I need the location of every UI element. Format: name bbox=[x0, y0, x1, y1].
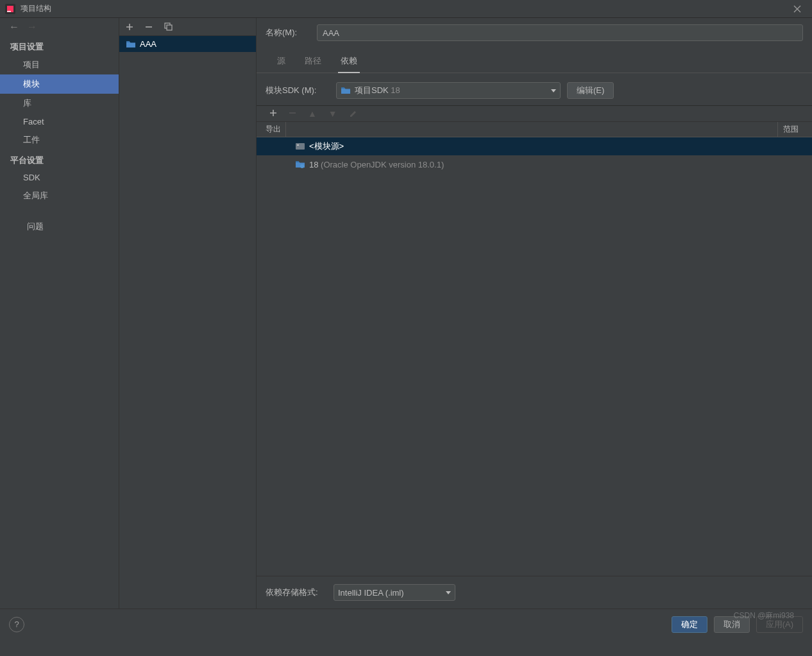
module-item-label: AAA bbox=[140, 39, 156, 49]
svg-rect-4 bbox=[167, 25, 172, 30]
svg-rect-5 bbox=[126, 41, 130, 42]
move-up-button: ▲ bbox=[308, 108, 317, 119]
dependencies-table: <模块源> 18 (Oracle OpenJDK version 18.0.1) bbox=[257, 137, 812, 576]
back-button[interactable]: ← bbox=[9, 21, 19, 33]
module-item[interactable]: AAA bbox=[119, 36, 256, 52]
dependency-format-label: 依赖存储格式: bbox=[266, 587, 327, 598]
sidebar-item-facet[interactable]: Facet bbox=[0, 113, 119, 130]
module-source-icon bbox=[295, 142, 305, 151]
sidebar-item-problems[interactable]: 问题 bbox=[0, 217, 119, 236]
module-sdk-combo[interactable]: 项目SDK 18 bbox=[336, 82, 561, 99]
dialog-button-bar: ? 确定 取消 应用(A) bbox=[0, 609, 812, 639]
add-dependency-button[interactable] bbox=[269, 108, 277, 119]
module-tabs: 源 路径 依赖 bbox=[257, 44, 812, 73]
remove-module-button[interactable] bbox=[145, 23, 153, 31]
svg-rect-6 bbox=[341, 87, 344, 89]
move-down-button: ▼ bbox=[328, 108, 337, 119]
sidebar-item-global-libraries[interactable]: 全局库 bbox=[0, 186, 119, 205]
forward-button: → bbox=[27, 21, 37, 33]
chevron-down-icon bbox=[446, 591, 451, 594]
remove-dependency-button bbox=[289, 108, 296, 119]
dependency-format-combo[interactable]: IntelliJ IDEA (.iml) bbox=[334, 584, 455, 601]
sidebar-item-modules[interactable]: 模块 bbox=[0, 74, 119, 94]
chevron-down-icon bbox=[551, 89, 556, 92]
sidebar-item-libraries[interactable]: 库 bbox=[0, 94, 119, 113]
svg-rect-2 bbox=[7, 11, 11, 12]
dependency-label: 18 (Oracle OpenJDK version 18.0.1) bbox=[309, 160, 444, 169]
svg-rect-7 bbox=[296, 143, 305, 150]
close-button[interactable] bbox=[788, 0, 807, 18]
app-icon bbox=[5, 4, 15, 14]
svg-rect-9 bbox=[296, 161, 299, 162]
module-detail-panel: 名称(M): 源 路径 依赖 模块SDK (M): 项目SDK 18 编辑(E) bbox=[257, 18, 812, 609]
folder-icon bbox=[126, 40, 136, 49]
sidebar-item-sdk[interactable]: SDK bbox=[0, 169, 119, 186]
sdk-value: 项目SDK bbox=[355, 85, 389, 95]
module-name-input[interactable] bbox=[317, 24, 803, 41]
title-bar: 项目结构 bbox=[0, 0, 812, 18]
section-header-platform-settings: 平台设置 bbox=[0, 150, 119, 169]
dependencies-table-header: 导出 范围 bbox=[257, 122, 812, 137]
tab-sources[interactable]: 源 bbox=[275, 55, 288, 73]
ok-button[interactable]: 确定 bbox=[672, 616, 707, 633]
tab-paths[interactable]: 路径 bbox=[302, 55, 324, 73]
folder-icon bbox=[341, 86, 351, 95]
module-sdk-label: 模块SDK (M): bbox=[266, 85, 330, 96]
name-label: 名称(M): bbox=[266, 27, 309, 39]
copy-module-button[interactable] bbox=[164, 22, 173, 31]
sidebar-item-artifacts[interactable]: 工件 bbox=[0, 130, 119, 150]
edit-sdk-button[interactable]: 编辑(E) bbox=[567, 82, 614, 99]
add-module-button[interactable] bbox=[126, 23, 133, 31]
format-value: IntelliJ IDEA (.iml) bbox=[338, 588, 404, 598]
sdk-hint: 18 bbox=[389, 85, 400, 95]
column-export: 导出 bbox=[257, 122, 286, 137]
table-row[interactable]: <模块源> bbox=[257, 137, 812, 155]
table-row[interactable]: 18 (Oracle OpenJDK version 18.0.1) bbox=[257, 155, 812, 173]
edit-dependency-button bbox=[349, 108, 357, 119]
column-scope: 范围 bbox=[777, 122, 812, 137]
section-header-project-settings: 项目设置 bbox=[0, 36, 119, 55]
settings-sidebar: ← → 项目设置 项目 模块 库 Facet 工件 平台设置 SDK 全局库 问… bbox=[0, 18, 119, 609]
module-list-panel: AAA bbox=[119, 18, 257, 609]
svg-point-10 bbox=[300, 164, 304, 168]
svg-rect-8 bbox=[297, 144, 299, 146]
apply-button: 应用(A) bbox=[756, 616, 803, 633]
window-title: 项目结构 bbox=[21, 3, 788, 14]
help-button[interactable]: ? bbox=[9, 617, 24, 632]
sidebar-item-project[interactable]: 项目 bbox=[0, 55, 119, 74]
cancel-button[interactable]: 取消 bbox=[714, 616, 750, 633]
tab-dependencies[interactable]: 依赖 bbox=[338, 55, 360, 73]
dependency-label: <模块源> bbox=[309, 141, 344, 152]
sdk-icon bbox=[295, 160, 305, 169]
